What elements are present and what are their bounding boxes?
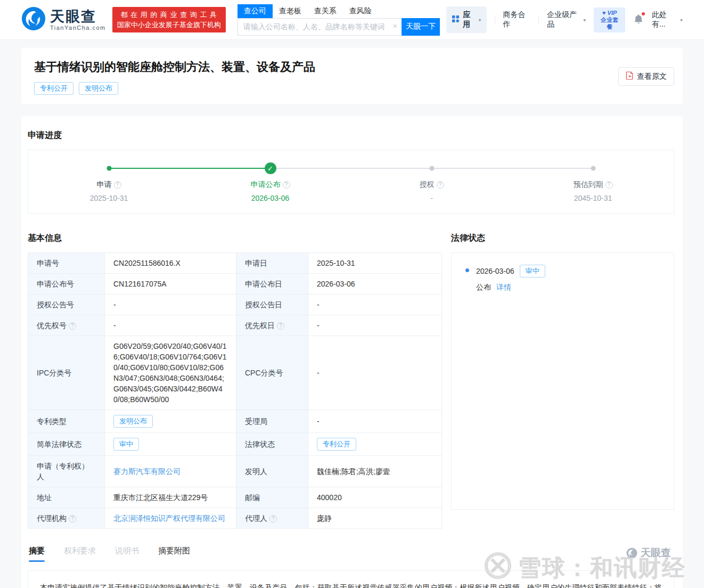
- notification-dot: [641, 12, 645, 16]
- apps-label: 应用: [463, 10, 475, 29]
- field-value: CN202511586016.X: [105, 253, 236, 274]
- brand-domain: TianYanCha.com: [50, 24, 106, 31]
- patent-detail-card: 申请进度 ✓ 申请? 2025-10-31 申请公布? 2026-03-06: [21, 116, 683, 588]
- search-tab-company[interactable]: 查公司: [238, 4, 273, 18]
- slogan-banner: 都 在 用 的 商 业 查 询 工 具 国家中小企业发展子基金旗下机构: [112, 7, 226, 32]
- search-module: 查公司 查老板 查关系 查风险 × 天眼一下: [238, 4, 440, 36]
- timeline-dot-granted: [429, 166, 434, 171]
- divider: [538, 15, 539, 24]
- ipc-classification-value: G06V20/59;G06V20/40;G06V40/16;G06V40/18;…: [105, 336, 236, 410]
- help-icon[interactable]: ?: [69, 322, 76, 330]
- help-icon[interactable]: ?: [269, 515, 277, 522]
- progress-step-granted: 授权? -: [351, 180, 512, 202]
- chevron-down-icon: ▾: [479, 17, 481, 23]
- help-icon[interactable]: ?: [69, 515, 76, 522]
- legal-status-heading: 法律状态: [451, 233, 674, 244]
- field-value: 2025-10-31: [308, 253, 442, 274]
- field-label: 代理机构?: [28, 508, 105, 529]
- view-original-label: 查看原文: [637, 72, 667, 81]
- field-label: 专利类型: [28, 410, 105, 433]
- table-row: 专利类型 发明公布 受理局 -: [28, 410, 442, 433]
- table-row: 申请公布号 CN121617075A 申请公布日 2026-03-06: [28, 274, 442, 295]
- field-value: 发明公布: [105, 410, 236, 433]
- table-row: 代理机构? 北京润泽恒知识产权代理有限公司 代理人? 庞静: [28, 508, 442, 529]
- agency-company-link[interactable]: 北京润泽恒知识产权代理有限公司: [113, 514, 225, 522]
- search-tab-relation[interactable]: 查关系: [308, 4, 343, 18]
- basic-info-table: 申请号 CN202511586016.X 申请日 2025-10-31 申请公布…: [28, 252, 442, 529]
- step-date: -: [351, 194, 512, 202]
- vip-sub-label: 企业套餐: [599, 17, 620, 30]
- legal-status-tag: 审中: [520, 265, 545, 277]
- nav-account-more[interactable]: 此处有... ▾: [652, 10, 683, 29]
- step-label: 授权: [420, 180, 435, 189]
- field-value: 赛力斯汽车有限公司: [105, 456, 236, 487]
- search-tab-risk[interactable]: 查风险: [343, 4, 378, 18]
- field-value: -: [308, 410, 442, 433]
- search-tab-boss[interactable]: 查老板: [273, 4, 308, 18]
- help-icon[interactable]: ?: [114, 181, 121, 189]
- simple-legal-status-badge: 审中: [113, 438, 139, 451]
- legal-status-badge: 专利公开: [317, 438, 356, 451]
- table-row: 地址 重庆市江北区福生大道229号 邮编 400020: [28, 487, 442, 508]
- tianyancha-brand-mark: 天眼查: [626, 546, 674, 560]
- patent-title-card: 基于情绪识别的智能座舱控制方法、装置、设备及产品 专利公开 发明公布 查看原文: [21, 48, 683, 104]
- field-value: 2026-03-06: [308, 274, 442, 295]
- timeline-dot-published-check-icon: ✓: [265, 162, 276, 174]
- field-value: -: [308, 315, 442, 336]
- clear-search-icon[interactable]: ×: [393, 22, 397, 30]
- search-button[interactable]: 天眼一下: [402, 18, 440, 36]
- view-original-button[interactable]: 查看原文: [618, 67, 674, 86]
- tab-description: 说明书: [115, 546, 139, 562]
- help-icon[interactable]: ?: [283, 181, 290, 189]
- header-nav: 应用 ▾ 商务合作 企业级产品 ▾ ♥ VIP 企业套餐 此处有... ▾: [446, 6, 683, 33]
- detail-tabs: 摘要 权利要求 说明书 摘要附图 天眼查: [28, 546, 674, 562]
- field-label: 地址: [28, 487, 105, 508]
- legal-status-action: 公布: [476, 283, 491, 291]
- tianyancha-logo-icon: [21, 6, 46, 33]
- tab-abstract[interactable]: 摘要: [29, 546, 45, 562]
- status-badge-invention-published: 发明公布: [79, 82, 118, 95]
- field-label: 优先权号?: [28, 315, 105, 336]
- help-icon[interactable]: ?: [277, 322, 284, 330]
- field-label: 代理人?: [236, 508, 308, 529]
- enterprise-label: 企业级产品: [547, 10, 581, 29]
- patent-type-badge: 发明公布: [113, 415, 153, 428]
- field-label: 申请公布日: [236, 274, 308, 295]
- field-value: -: [308, 295, 442, 315]
- progress-step-estimated-expiry: 预估到期? 2045-10-31: [512, 180, 674, 202]
- progress-step-applied: 申请? 2025-10-31: [28, 180, 190, 202]
- progress-step-published: 申请公布? 2026-03-06: [190, 180, 351, 202]
- step-date: 2025-10-31: [28, 194, 190, 202]
- field-value: 庞静: [308, 508, 442, 529]
- nav-cooperation[interactable]: 商务合作: [503, 10, 531, 29]
- nav-enterprise[interactable]: 企业级产品 ▾: [547, 10, 586, 29]
- field-value: -: [105, 295, 236, 315]
- timeline-dot-expiry: [591, 166, 595, 171]
- applicant-company-link[interactable]: 赛力斯汽车有限公司: [113, 467, 181, 476]
- page-title: 基于情绪识别的智能座舱控制方法、装置、设备及产品: [34, 59, 670, 75]
- search-input[interactable]: [238, 18, 402, 36]
- table-row: 授权公告号 - 授权公告日 -: [28, 295, 442, 315]
- table-row: 简单法律状态 审中 法律状态 专利公开: [28, 433, 442, 456]
- notification-bell-icon[interactable]: [633, 13, 644, 26]
- tianyancha-logo[interactable]: 天眼查 TianYanCha.com: [21, 6, 106, 33]
- pdf-icon: [626, 71, 634, 81]
- field-label: 申请号: [28, 253, 105, 274]
- divider: [495, 15, 495, 24]
- abstract-text: 本申请实施例提供了基于情绪识别的智能座舱控制方法、装置、设备及产品，包括：获取基…: [28, 570, 674, 588]
- step-label: 申请公布: [251, 180, 281, 189]
- brand-mark-label: 天眼查: [641, 546, 671, 560]
- apps-menu-button[interactable]: 应用 ▾: [446, 6, 487, 33]
- timeline-dot-applied: [107, 166, 111, 171]
- help-icon[interactable]: ?: [605, 181, 613, 189]
- table-row: 优先权号? - 优先权日? -: [28, 315, 442, 336]
- legal-status-detail-link[interactable]: 详情: [496, 283, 511, 291]
- progress-heading: 申请进度: [28, 130, 674, 141]
- field-value: 400020: [308, 487, 442, 508]
- field-value: CN121617075A: [105, 274, 236, 295]
- field-label: 邮编: [236, 487, 308, 508]
- vip-package-badge[interactable]: ♥ VIP 企业套餐: [594, 7, 625, 32]
- tab-abstract-figure[interactable]: 摘要附图: [158, 546, 190, 562]
- application-progress-timeline: ✓ 申请? 2025-10-31 申请公布? 2026-03-06 授权? -: [28, 150, 674, 214]
- help-icon[interactable]: ?: [437, 181, 444, 189]
